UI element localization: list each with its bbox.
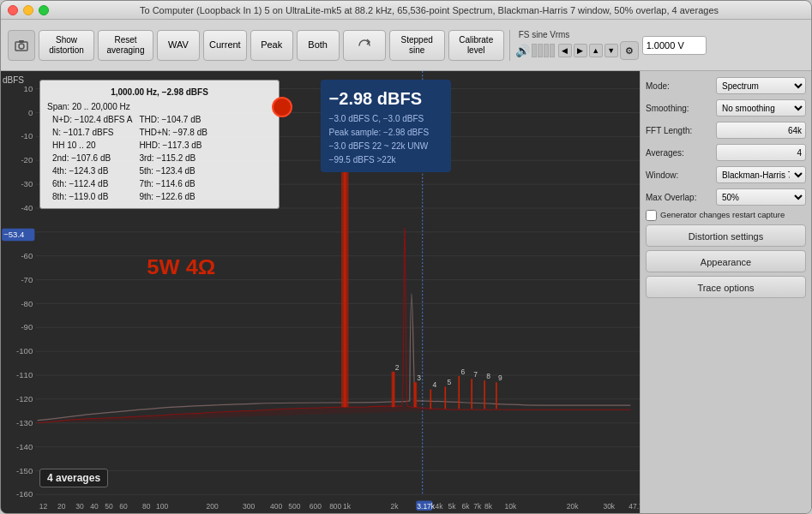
trace-options-button[interactable]: Trace options bbox=[646, 276, 806, 298]
loop-button[interactable] bbox=[343, 30, 386, 61]
svg-text:3.17k: 3.17k bbox=[417, 502, 436, 511]
svg-text:40: 40 bbox=[90, 502, 99, 511]
h6-label: 6th: −112.4 dB bbox=[51, 177, 134, 190]
cursor-readout: −2.98 dBFS −3.0 dBFS C, −3.0 dBFS Peak s… bbox=[321, 80, 451, 172]
svg-text:500: 500 bbox=[288, 502, 301, 511]
fs-sine-label: FS sine Vrms bbox=[519, 30, 570, 39]
svg-text:10: 10 bbox=[24, 84, 33, 93]
svg-text:20k: 20k bbox=[567, 502, 580, 511]
svg-text:30k: 30k bbox=[603, 502, 616, 511]
nav-left-icon[interactable]: ◀ bbox=[558, 44, 572, 57]
svg-text:5: 5 bbox=[447, 378, 451, 386]
svg-text:12: 12 bbox=[39, 502, 48, 511]
svg-text:-120: -120 bbox=[16, 394, 33, 403]
svg-text:-150: -150 bbox=[16, 466, 33, 475]
nav-right-icon[interactable]: ▶ bbox=[574, 44, 587, 57]
generator-checkbox-label: Generator changes restart capture bbox=[660, 210, 785, 220]
svg-point-1 bbox=[19, 44, 24, 49]
cursor-line2: Peak sample: −2.98 dBFS bbox=[329, 126, 442, 140]
app-window: To Computer (Loopback In 1) 5 on UltraLi… bbox=[0, 0, 812, 514]
h8-label: 8th: −119.0 dB bbox=[51, 190, 134, 203]
svg-text:20: 20 bbox=[57, 502, 66, 511]
nav-up-icon[interactable]: ▲ bbox=[589, 44, 603, 57]
info-box: 1,000.00 Hz, −2.98 dBFS Span: 20 .. 20,0… bbox=[39, 80, 280, 209]
svg-text:-140: -140 bbox=[16, 442, 33, 451]
content-area: dBFS bbox=[1, 71, 811, 513]
mode-select[interactable]: Spectrum bbox=[716, 77, 806, 94]
close-button[interactable] bbox=[8, 5, 18, 15]
window-select[interactable]: Blackman-Harris 7 bbox=[716, 166, 806, 183]
show-distortion-button[interactable]: Show distortion bbox=[39, 30, 94, 61]
appearance-button[interactable]: Appearance bbox=[646, 250, 806, 272]
nd-label: N+D: −102.4 dBFS A bbox=[51, 113, 134, 126]
generator-checkbox-row: Generator changes restart capture bbox=[646, 210, 806, 221]
svg-text:50: 50 bbox=[105, 502, 113, 511]
svg-text:4: 4 bbox=[432, 381, 436, 390]
window-label: Window: bbox=[646, 170, 716, 180]
level-bar-2 bbox=[538, 44, 543, 57]
window-row: Window: Blackman-Harris 7 bbox=[646, 165, 806, 184]
svg-text:8: 8 bbox=[486, 372, 490, 380]
current-button[interactable]: Current bbox=[203, 30, 247, 61]
cursor-line4: −99.5 dBFS >22k bbox=[329, 153, 442, 167]
cursor-main-value: −2.98 dBFS bbox=[329, 85, 422, 112]
title-bar: To Computer (Loopback In 1) 5 on UltraLi… bbox=[1, 1, 811, 20]
svg-text:2k: 2k bbox=[390, 502, 399, 511]
level-bar-4 bbox=[550, 44, 555, 57]
svg-text:300: 300 bbox=[243, 502, 256, 511]
svg-text:9: 9 bbox=[498, 374, 502, 382]
record-button[interactable] bbox=[272, 97, 292, 117]
h4-label: 4th: −124.3 dB bbox=[51, 164, 134, 177]
averages-input[interactable]: 4 bbox=[716, 144, 806, 161]
camera-icon-button[interactable] bbox=[8, 30, 35, 61]
n-label: N: −101.7 dBFS bbox=[51, 126, 134, 139]
info-table: N+D: −102.4 dBFS A THD: −104.7 dB N: −10… bbox=[47, 113, 213, 203]
smoothing-select[interactable]: No smoothing bbox=[716, 99, 806, 117]
svg-text:3: 3 bbox=[417, 374, 421, 382]
both-button[interactable]: Both bbox=[297, 30, 340, 61]
stepped-sine-button[interactable]: Stepped sine bbox=[389, 30, 445, 61]
nav-down-icon[interactable]: ▼ bbox=[604, 44, 618, 57]
svg-rect-2 bbox=[19, 40, 24, 43]
svg-rect-44 bbox=[392, 372, 395, 407]
minimize-button[interactable] bbox=[23, 5, 33, 15]
thd-label: THD: −104.7 dB bbox=[137, 113, 208, 126]
window-title: To Computer (Loopback In 1) 5 on UltraLi… bbox=[54, 5, 804, 15]
level-bar-1 bbox=[532, 44, 537, 57]
toolbar: Show distortion Reset averaging WAV Curr… bbox=[1, 20, 811, 71]
wav-button[interactable]: WAV bbox=[157, 30, 200, 61]
svg-text:47.7kHz: 47.7kHz bbox=[629, 502, 640, 511]
svg-text:-90: -90 bbox=[21, 323, 33, 332]
h7-label: 7th: −114.6 dB bbox=[137, 177, 208, 190]
gear-icon[interactable]: ⚙ bbox=[620, 41, 639, 60]
fft-label: FFT Length: bbox=[646, 126, 716, 135]
fft-input[interactable]: 64k bbox=[716, 122, 806, 139]
svg-rect-47 bbox=[413, 382, 417, 407]
svg-text:7: 7 bbox=[473, 370, 478, 379]
chart-area[interactable]: dBFS bbox=[1, 71, 640, 513]
svg-text:6k: 6k bbox=[461, 502, 470, 511]
reset-averaging-button[interactable]: Reset averaging bbox=[98, 30, 153, 61]
svg-text:60: 60 bbox=[119, 502, 128, 511]
svg-text:80: 80 bbox=[142, 502, 151, 511]
separator bbox=[509, 30, 510, 61]
peak-button[interactable]: Peak bbox=[250, 30, 293, 61]
dbfs-axis-label: dBFS bbox=[3, 75, 24, 85]
svg-text:-30: -30 bbox=[21, 179, 33, 188]
maximize-button[interactable] bbox=[39, 5, 49, 15]
h5-label: 5th: −123.4 dB bbox=[137, 164, 208, 177]
averages-row: Averages: 4 bbox=[646, 143, 806, 162]
vrms-input[interactable]: 1.0000 V bbox=[642, 36, 707, 55]
fft-row: FFT Length: 64k bbox=[646, 121, 806, 140]
calibrate-level-button[interactable]: Calibrate level bbox=[448, 30, 504, 61]
svg-text:4k: 4k bbox=[436, 502, 444, 511]
svg-text:-160: -160 bbox=[16, 490, 33, 499]
generator-checkbox[interactable] bbox=[646, 210, 657, 221]
svg-text:0: 0 bbox=[28, 108, 33, 117]
info-title: 1,000.00 Hz, −2.98 dBFS bbox=[47, 86, 272, 99]
svg-text:600: 600 bbox=[310, 502, 322, 511]
svg-text:30: 30 bbox=[75, 502, 84, 511]
max-overlap-select[interactable]: 50% bbox=[716, 188, 806, 206]
svg-text:6: 6 bbox=[460, 368, 465, 376]
distortion-settings-button[interactable]: Distortion settings bbox=[646, 224, 806, 247]
